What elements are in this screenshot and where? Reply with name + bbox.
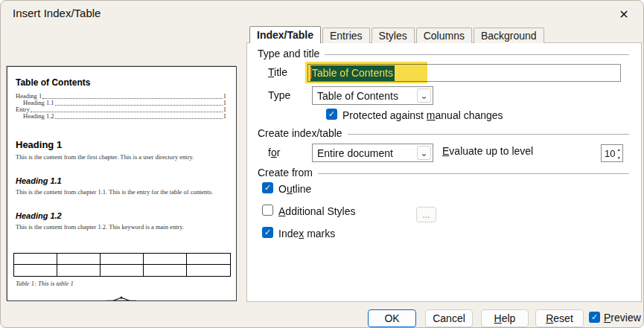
preview-table-caption: Table 1: This is table 1 xyxy=(16,280,226,287)
group-caption: Create from xyxy=(258,167,313,179)
for-dropdown[interactable]: Entire document ⌄ xyxy=(312,144,433,162)
index-marks-label: Index marks xyxy=(278,228,335,239)
screen: Insert Index/Table ✕ Table of Contents H… xyxy=(0,0,644,328)
table-cell xyxy=(57,265,101,276)
group-caption: Create index/table xyxy=(258,127,342,139)
title-input[interactable]: Table of Contents xyxy=(307,64,621,82)
type-label: Type xyxy=(268,89,290,101)
tab-background[interactable]: Background xyxy=(474,28,544,43)
preview-heading-1-2: Heading 1.2 xyxy=(16,211,226,220)
type-dropdown[interactable]: Table of Contents ⌄ xyxy=(312,86,433,105)
check-icon: ✓ xyxy=(264,228,271,237)
dotted-leader xyxy=(55,118,223,119)
tab-entries[interactable]: Entries xyxy=(322,28,370,43)
preview-body-text: This is the content from chapter 1.1. Th… xyxy=(16,188,226,196)
tab-bar: Index/Table Entries Styles Columns Backg… xyxy=(249,26,546,43)
preview-page-content: Table of Contents Heading 1 1 Heading 1.… xyxy=(7,67,236,300)
tab-styles[interactable]: Styles xyxy=(372,28,415,43)
chevron-down-icon[interactable]: ⌄ xyxy=(417,146,431,160)
group-rule xyxy=(325,54,629,55)
preview-heading-1-1: Heading 1.1 xyxy=(16,176,226,185)
ok-button[interactable]: OK xyxy=(368,309,416,327)
spinner-buttons: ▲ ▼ xyxy=(615,145,622,161)
group-rule xyxy=(318,173,629,174)
preview-toc-title: Table of Contents xyxy=(16,77,226,88)
preview-image-block: Image 1: This is Image 1 xyxy=(16,295,226,301)
title-input-value: Table of Contents xyxy=(310,65,395,81)
table-cell xyxy=(57,254,101,265)
evaluate-level-label: Evaluate up to level xyxy=(442,145,533,157)
text-caret xyxy=(310,67,312,79)
preview-table xyxy=(13,253,231,277)
check-icon: ✓ xyxy=(591,313,598,321)
check-icon: ✓ xyxy=(264,184,271,192)
table-cell xyxy=(187,265,230,276)
outline-checkbox[interactable]: ✓ xyxy=(262,182,273,193)
help-button[interactable]: Help xyxy=(481,309,529,327)
close-icon[interactable]: ✕ xyxy=(615,5,633,23)
table-cell xyxy=(187,254,230,265)
table-cell xyxy=(144,265,187,276)
protected-checkbox[interactable]: ✓ xyxy=(326,109,337,120)
toc-entry: Heading 1.1 1 xyxy=(16,100,226,106)
cancel-button[interactable]: Cancel xyxy=(425,309,473,327)
group-caption: Type and title xyxy=(258,48,319,60)
table-cell xyxy=(14,254,57,265)
for-dropdown-value: Entire document xyxy=(313,147,417,159)
group-type-and-title: Type and title xyxy=(258,48,629,60)
group-create-index: Create index/table xyxy=(258,127,629,139)
dialog-title: Insert Index/Table xyxy=(13,7,101,19)
type-dropdown-value: Table of Contents xyxy=(313,90,417,102)
insert-index-table-dialog: Insert Index/Table ✕ Table of Contents H… xyxy=(0,0,644,328)
additional-styles-checkbox[interactable] xyxy=(262,205,273,216)
reset-button[interactable]: Reset xyxy=(535,309,584,327)
dotted-leader xyxy=(31,112,223,112)
table-cell xyxy=(101,254,144,265)
framed-picture-icon xyxy=(102,295,141,301)
tab-index-table[interactable]: Index/Table xyxy=(249,26,321,43)
additional-styles-label: Additional Styles xyxy=(278,205,356,217)
preview-body-text: This is the content from chapter 1.2. Th… xyxy=(16,223,226,231)
dotted-leader xyxy=(42,98,223,99)
for-label: for xyxy=(268,147,280,158)
index-marks-checkbox[interactable]: ✓ xyxy=(262,227,273,238)
document-preview: Table of Contents Heading 1 1 Heading 1.… xyxy=(7,66,237,301)
chevron-down-icon[interactable]: ⌄ xyxy=(417,89,431,103)
preview-checkbox[interactable]: ✓ xyxy=(589,312,600,323)
preview-body-text: This is the content from the first chapt… xyxy=(16,153,226,161)
spin-down-icon[interactable]: ▼ xyxy=(615,153,622,161)
assign-styles-button[interactable]: ... xyxy=(416,207,436,222)
tab-page-index-table: Type and title Title Table of Contents T… xyxy=(246,42,642,302)
toc-entry: Heading 1.2 1 xyxy=(16,113,226,120)
group-create-from: Create from xyxy=(258,167,629,179)
tab-columns[interactable]: Columns xyxy=(416,28,472,43)
toc-entry-label: Heading 1.2 xyxy=(23,113,54,120)
table-cell xyxy=(101,265,144,276)
evaluate-level-spinner[interactable]: 10 ▲ ▼ xyxy=(601,144,623,162)
title-label: Title xyxy=(268,66,287,78)
table-cell xyxy=(14,265,57,276)
table-cell xyxy=(144,254,187,265)
evaluate-level-value: 10 xyxy=(602,145,615,161)
dotted-leader xyxy=(55,105,223,106)
group-rule xyxy=(348,134,629,135)
protected-label: Protected against manual changes xyxy=(342,109,503,121)
check-icon: ✓ xyxy=(328,110,335,118)
outline-label: Outline xyxy=(278,183,311,195)
toc-entry-page: 1 xyxy=(223,113,226,120)
preview-checkbox-label: Preview xyxy=(604,312,641,324)
preview-heading-1: Heading 1 xyxy=(16,139,226,150)
spin-up-icon[interactable]: ▲ xyxy=(615,145,622,153)
